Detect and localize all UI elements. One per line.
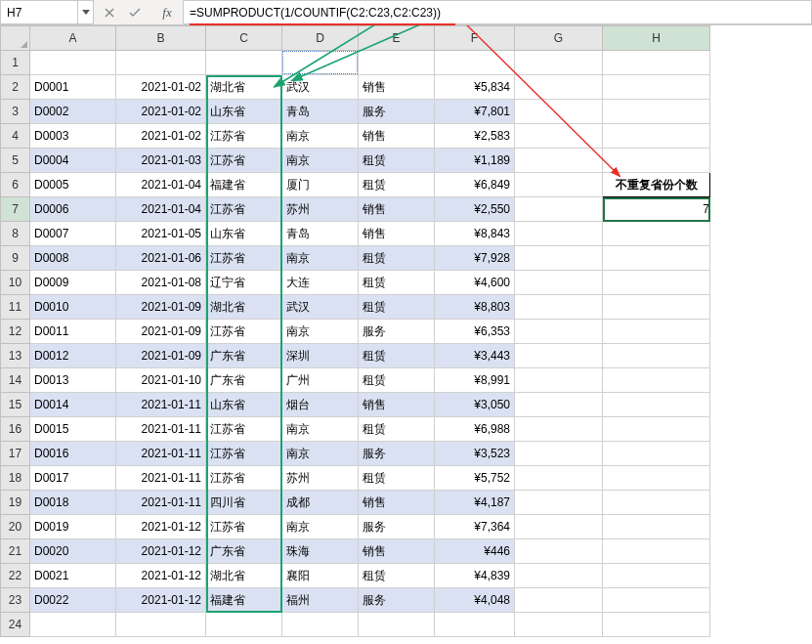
cell-F7[interactable]: ¥2,550	[435, 197, 515, 222]
cell-D16[interactable]: 南京	[282, 417, 359, 442]
cell-C12[interactable]: 江苏省	[206, 320, 282, 344]
cell-C6[interactable]: 福建省	[206, 173, 282, 197]
cell-G6[interactable]	[515, 173, 603, 197]
cell-G17[interactable]	[515, 442, 603, 466]
colhdr-B[interactable]: B	[116, 26, 206, 51]
rowhdr-4[interactable]: 4	[1, 124, 30, 149]
cell-C11[interactable]: 湖北省	[206, 295, 282, 320]
cell-H9[interactable]	[603, 246, 710, 271]
cell-F2[interactable]: ¥5,834	[435, 75, 515, 100]
cell-B15[interactable]: 2021-01-11	[116, 393, 206, 417]
cell-H13[interactable]	[603, 344, 710, 368]
cell-H20[interactable]	[603, 515, 710, 539]
name-box[interactable]: H7	[0, 0, 78, 24]
rowhdr-24[interactable]: 24	[1, 613, 30, 637]
cell-F16[interactable]: ¥6,988	[435, 417, 515, 442]
cell-A14[interactable]: D0013	[30, 368, 116, 393]
cell-E14[interactable]: 租赁	[359, 368, 435, 393]
cell-D6[interactable]: 厦门	[282, 173, 359, 197]
cell-H15[interactable]	[603, 393, 710, 417]
cell-F17[interactable]: ¥3,523	[435, 442, 515, 466]
cell-G9[interactable]	[515, 246, 603, 271]
cell-A9[interactable]: D0008	[30, 246, 116, 271]
cell-F15[interactable]: ¥3,050	[435, 393, 515, 417]
cell-A4[interactable]: D0003	[30, 124, 116, 149]
cell-F20[interactable]: ¥7,364	[435, 515, 515, 539]
rowhdr-19[interactable]: 19	[1, 491, 30, 515]
rowhdr-23[interactable]: 23	[1, 588, 30, 613]
rowhdr-1[interactable]: 1	[1, 51, 30, 75]
data-header-cell[interactable]: 城市	[282, 51, 359, 75]
cell-E3[interactable]: 服务	[359, 100, 435, 124]
cell-G7[interactable]	[515, 197, 603, 222]
cell-H10[interactable]	[603, 271, 710, 295]
cell-A20[interactable]: D0019	[30, 515, 116, 539]
cell-C23[interactable]: 福建省	[206, 588, 282, 613]
cell-B19[interactable]: 2021-01-11	[116, 491, 206, 515]
cell-C20[interactable]: 江苏省	[206, 515, 282, 539]
cell-C13[interactable]: 广东省	[206, 344, 282, 368]
cell-G14[interactable]	[515, 368, 603, 393]
cell-G18[interactable]	[515, 466, 603, 491]
cell-empty[interactable]	[206, 613, 282, 637]
cell-G3[interactable]	[515, 100, 603, 124]
cell-H19[interactable]	[603, 491, 710, 515]
cell-D3[interactable]: 青岛	[282, 100, 359, 124]
cell-F13[interactable]: ¥3,443	[435, 344, 515, 368]
cell-E5[interactable]: 租赁	[359, 149, 435, 173]
cell-B17[interactable]: 2021-01-11	[116, 442, 206, 466]
unique-provinces-label-cell[interactable]: 不重复省份个数	[603, 173, 710, 197]
cell-H11[interactable]	[603, 295, 710, 320]
cell-E21[interactable]: 销售	[359, 539, 435, 564]
cell-D23[interactable]: 福州	[282, 588, 359, 613]
rowhdr-21[interactable]: 21	[1, 539, 30, 564]
rowhdr-18[interactable]: 18	[1, 466, 30, 491]
cell-B10[interactable]: 2021-01-08	[116, 271, 206, 295]
cell-B12[interactable]: 2021-01-09	[116, 320, 206, 344]
cell-A2[interactable]: D0001	[30, 75, 116, 100]
cell-F10[interactable]: ¥4,600	[435, 271, 515, 295]
cell-B8[interactable]: 2021-01-05	[116, 222, 206, 246]
colhdr-D[interactable]: D	[282, 26, 359, 51]
cell-H18[interactable]	[603, 466, 710, 491]
cell-empty[interactable]	[30, 613, 116, 637]
cell-H4[interactable]	[603, 124, 710, 149]
cell-G23[interactable]	[515, 588, 603, 613]
rowhdr-12[interactable]: 12	[1, 320, 30, 344]
cell-C15[interactable]: 山东省	[206, 393, 282, 417]
data-header-cell[interactable]: 业务类别	[359, 51, 435, 75]
cell-G10[interactable]	[515, 271, 603, 295]
cell-B23[interactable]: 2021-01-12	[116, 588, 206, 613]
cell-F23[interactable]: ¥4,048	[435, 588, 515, 613]
cell-F11[interactable]: ¥8,803	[435, 295, 515, 320]
cancel-formula-button[interactable]	[98, 3, 121, 22]
cell-G22[interactable]	[515, 564, 603, 588]
cell-F6[interactable]: ¥6,849	[435, 173, 515, 197]
cell-empty[interactable]	[603, 613, 710, 637]
cell-H2[interactable]	[603, 75, 710, 100]
cell-C2[interactable]: 湖北省	[206, 75, 282, 100]
cell-H23[interactable]	[603, 588, 710, 613]
cell-F21[interactable]: ¥446	[435, 539, 515, 564]
cell-H16[interactable]	[603, 417, 710, 442]
rowhdr-8[interactable]: 8	[1, 222, 30, 246]
cell-A3[interactable]: D0002	[30, 100, 116, 124]
data-header-cell[interactable]: 金额	[435, 51, 515, 75]
cell-B9[interactable]: 2021-01-06	[116, 246, 206, 271]
cell-C14[interactable]: 广东省	[206, 368, 282, 393]
rowhdr-6[interactable]: 6	[1, 173, 30, 197]
cell-G20[interactable]	[515, 515, 603, 539]
cell-E11[interactable]: 租赁	[359, 295, 435, 320]
cell-F4[interactable]: ¥2,583	[435, 124, 515, 149]
cell-G12[interactable]	[515, 320, 603, 344]
cell-H17[interactable]	[603, 442, 710, 466]
cell-G21[interactable]	[515, 539, 603, 564]
cell-C21[interactable]: 广东省	[206, 539, 282, 564]
cell-F19[interactable]: ¥4,187	[435, 491, 515, 515]
rowhdr-16[interactable]: 16	[1, 417, 30, 442]
cell-G11[interactable]	[515, 295, 603, 320]
cell-F9[interactable]: ¥7,928	[435, 246, 515, 271]
cell-B18[interactable]: 2021-01-11	[116, 466, 206, 491]
cell-E12[interactable]: 服务	[359, 320, 435, 344]
cell-D17[interactable]: 南京	[282, 442, 359, 466]
